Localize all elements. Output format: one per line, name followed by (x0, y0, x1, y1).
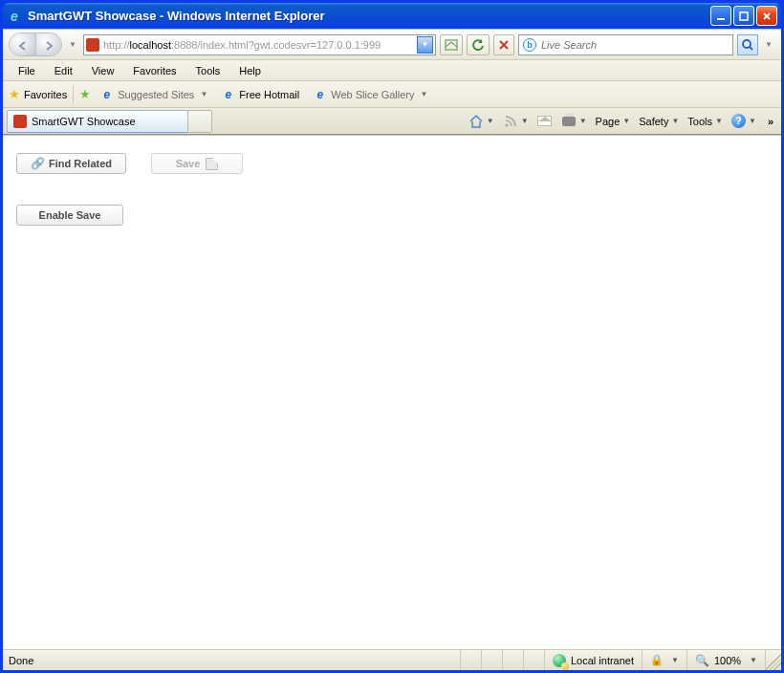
window-title: SmartGWT Showcase - Windows Internet Exp… (28, 9, 710, 23)
site-icon (86, 38, 99, 52)
forward-button[interactable] (35, 33, 61, 56)
menu-view[interactable]: View (84, 62, 122, 79)
nav-history-dropdown[interactable]: ▼ (66, 40, 79, 49)
minimize-button[interactable] (710, 6, 731, 26)
favorites-bar: ★ Favorites ★ e Suggested Sites ▼ e Free… (3, 81, 781, 108)
tab-strip: SmartGWT Showcase ▼ ▼ ▼ (3, 108, 781, 135)
ie-icon: e (7, 9, 22, 24)
favorites-button[interactable]: Favorites (24, 89, 67, 100)
status-slot (460, 650, 481, 670)
new-tab-button[interactable] (187, 110, 212, 133)
page-menu[interactable]: Page▼ (593, 114, 634, 129)
enable-save-button[interactable]: Enable Save (16, 205, 123, 226)
printer-icon (561, 114, 577, 129)
feeds-button[interactable]: ▼ (500, 112, 532, 131)
save-icon (206, 158, 218, 170)
protected-mode[interactable]: 🔒▼ (642, 650, 686, 670)
tab-label: SmartGWT Showcase (32, 116, 136, 127)
search-button[interactable] (737, 34, 758, 55)
help-button[interactable]: ?▼ (729, 112, 759, 130)
menu-tools[interactable]: Tools (188, 62, 229, 79)
safety-menu[interactable]: Safety▼ (636, 114, 682, 129)
zoom-control[interactable]: 🔍 100% ▼ (686, 650, 765, 670)
status-text: Done (3, 650, 41, 670)
rss-icon (503, 114, 518, 129)
mail-icon (537, 114, 553, 129)
status-slot (481, 650, 502, 670)
lock-icon: 🔒 (650, 654, 664, 666)
home-icon (468, 114, 484, 129)
back-button[interactable] (10, 33, 35, 56)
ie-icon: e (99, 87, 114, 101)
stop-button[interactable] (493, 34, 514, 55)
bing-icon: b (523, 38, 536, 52)
suggested-sites-link[interactable]: e Suggested Sites ▼ (95, 85, 212, 103)
menu-edit[interactable]: Edit (47, 62, 80, 79)
status-bar: Done Local intranet 🔒▼ 🔍 100% ▼ (3, 649, 781, 670)
ie-icon: e (221, 87, 235, 101)
page-content: 🔗 Find Related Save Enable Save (3, 135, 781, 649)
svg-point-9 (505, 123, 508, 126)
toolbar-overflow[interactable]: » (762, 116, 777, 127)
menu-file[interactable]: File (11, 62, 43, 79)
tab-active[interactable]: SmartGWT Showcase (7, 110, 188, 133)
menu-favorites[interactable]: Favorites (125, 62, 184, 79)
svg-rect-0 (717, 18, 725, 20)
print-button[interactable]: ▼ (558, 112, 590, 131)
address-bar[interactable]: http://localhost:8888/index.html?gwt.cod… (83, 34, 436, 55)
web-slice-gallery-link[interactable]: e Web Slice Gallery ▼ (308, 85, 432, 103)
find-related-button[interactable]: 🔗 Find Related (16, 153, 126, 174)
site-icon (13, 115, 27, 128)
add-favorite-icon[interactable]: ★ (79, 87, 91, 101)
free-hotmail-link[interactable]: e Free Hotmail (216, 85, 304, 103)
svg-rect-1 (740, 12, 748, 20)
security-zone[interactable]: Local intranet (544, 650, 642, 670)
menu-help[interactable]: Help (231, 62, 269, 79)
close-button[interactable] (756, 6, 777, 26)
ie-icon: e (313, 87, 327, 101)
link-icon: 🔗 (31, 157, 43, 170)
search-box[interactable]: b (518, 34, 733, 55)
svg-point-7 (743, 40, 751, 48)
address-url: http://localhost:8888/index.html?gwt.cod… (103, 39, 413, 51)
svg-line-8 (750, 47, 752, 50)
status-slot (523, 650, 544, 670)
globe-icon (553, 654, 566, 667)
read-mail-button[interactable] (534, 112, 555, 131)
tools-menu[interactable]: Tools▼ (685, 114, 726, 129)
titlebar: e SmartGWT Showcase - Windows Internet E… (3, 3, 781, 29)
maximize-button[interactable] (733, 6, 754, 26)
resize-grip[interactable] (765, 650, 781, 670)
nav-toolbar: ▼ http://localhost:8888/index.html?gwt.c… (3, 30, 781, 60)
search-dropdown[interactable]: ▼ (762, 40, 775, 49)
zoom-icon: 🔍 (695, 654, 709, 667)
home-button[interactable]: ▼ (466, 112, 497, 131)
search-input[interactable] (541, 39, 729, 51)
star-icon: ★ (9, 87, 20, 101)
refresh-button[interactable] (467, 34, 490, 55)
compat-view-button[interactable] (440, 34, 463, 55)
save-button: Save (151, 153, 243, 174)
status-slot (502, 650, 523, 670)
help-icon: ? (731, 114, 746, 128)
menu-bar: File Edit View Favorites Tools Help (3, 60, 781, 81)
address-dropdown[interactable]: ▼ (417, 36, 433, 54)
